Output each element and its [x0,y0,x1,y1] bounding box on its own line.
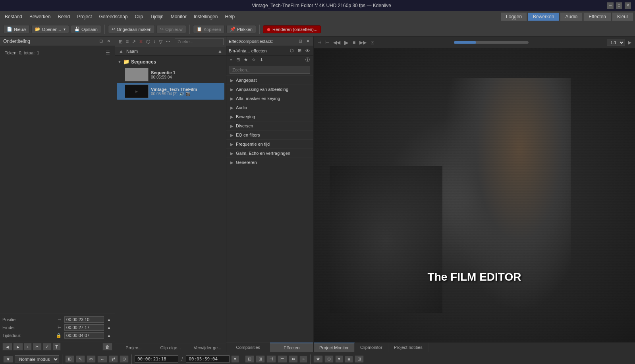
tl-group[interactable]: ⊞ [65,355,74,363]
bin-clip-props-tab[interactable]: Clip eige... [152,343,189,352]
positie-up[interactable]: ▲ [106,317,112,322]
effect-alfa[interactable]: ▶ Alfa, masker en keying [226,94,313,103]
zoom-select[interactable]: 1:1 1:2 2:1 [607,39,625,46]
effect-frequentie[interactable]: ▶ Frequentie en tijd [226,140,313,149]
maximize-button[interactable]: □ [616,2,622,9]
tl-align-left[interactable]: ⊣ [266,355,276,363]
loggen-button[interactable]: Loggen [501,12,527,21]
bin-sort[interactable]: ↕ [152,39,157,45]
bin-tag[interactable]: ⬡ [145,39,151,45]
sub-add-button[interactable]: + [24,343,32,351]
menu-gereedschap[interactable]: Gereedschap [96,12,131,21]
tl-composite[interactable]: ⊡ [245,355,254,363]
preview-play[interactable]: ▶ [343,39,350,46]
sub-next-button[interactable]: ► [13,343,23,351]
render-button[interactable]: ⏺ Renderen (omzetten)... [263,25,321,33]
bin-expand-all[interactable]: ▲ [118,48,125,54]
tl-align-both[interactable]: ⇔ [289,355,298,363]
effects-clip-icon3[interactable]: 👁 [304,48,311,54]
bin-search-input[interactable] [175,38,224,45]
bin-view-details[interactable]: ≡ [125,39,130,45]
effect-genereren[interactable]: ▶ Genereren [226,158,313,167]
effects-star2-icon[interactable]: ☆ [251,57,257,63]
menu-instellingen[interactable]: Instellingen [191,12,221,21]
menu-bewerken[interactable]: Bewerken [26,12,54,21]
menu-tijdlijn[interactable]: Tijdlijn [147,12,167,21]
window-controls[interactable]: ─ □ ✕ [607,2,631,9]
einde-set-button[interactable]: ⊢ [56,325,63,331]
menu-bestand[interactable]: Bestand [2,12,25,21]
tl-align-right[interactable]: ⊢ [278,355,287,363]
effect-eq[interactable]: ▶ EQ en filters [226,131,313,140]
effect-beweging[interactable]: ▶ Beweging [226,112,313,121]
project-notities-tab[interactable]: Project notities [388,343,428,352]
effects-clip-icon2[interactable]: ⊞ [297,48,303,54]
menu-help[interactable]: Help [222,12,238,21]
einde-input[interactable] [64,324,104,331]
effecten-button[interactable]: Effecten [583,12,611,21]
positie-input[interactable] [64,316,104,323]
menu-project[interactable]: Project [74,12,95,21]
preview-play-prev[interactable]: ◀◀ [332,39,342,46]
effects-close[interactable]: ✕ [305,38,311,44]
preview-stop[interactable]: ■ [351,39,357,46]
tl-mark[interactable]: ≡ [345,356,353,363]
effects-search-input[interactable] [230,66,310,74]
kleur-button[interactable]: Kleur [612,12,633,21]
sub-text-button[interactable]: T [52,343,61,351]
effect-aanpassing[interactable]: ▶ Aanpassing van afbeelding [226,85,313,94]
preview-prev-frame[interactable]: ⊣ [316,39,322,46]
paste-button[interactable]: 📌 Plakken [226,25,256,33]
bin-filter[interactable]: ▽ [158,39,164,45]
subtitle-panel-float[interactable]: ⊡ [98,38,104,44]
bin-item-seq1[interactable]: Sequentie 1 00:05:59:04 [117,66,224,83]
new-button[interactable]: 📄 Nieuw [3,25,30,33]
tijdsduur-input[interactable] [64,332,104,339]
menu-clip[interactable]: Clip [132,12,147,21]
tijdsduur-lock[interactable]: 🔒 [55,333,63,339]
bin-delete[interactable]: ✕ [138,39,144,45]
tl-combine[interactable]: ⊞ [256,355,265,363]
copy-button[interactable]: 📋 Kopiëren [193,25,225,33]
sub-check-button[interactable]: ✓ [42,343,52,351]
effect-diversen[interactable]: ▶ Diversen [226,121,313,131]
tl-cut[interactable]: ✂ [87,355,96,363]
effect-galm[interactable]: ▶ Galm, Echo en vertragingen [226,149,313,158]
sub-cut-button[interactable]: ✂ [33,343,42,351]
audio-button[interactable]: Audio [560,12,583,21]
tl-total-timecode[interactable] [186,355,230,363]
effecten-tab[interactable]: Effecten [270,343,314,352]
effects-float[interactable]: ⊡ [297,38,303,44]
preview-progress-bar[interactable] [454,41,529,44]
tl-cursor[interactable]: ↖ [76,355,85,363]
bin-remove-tab[interactable]: Verwijder ge... [189,343,226,352]
bin-add-folder[interactable]: ↗ [131,39,137,45]
einde-up[interactable]: ▲ [106,325,112,330]
sub-prev-button[interactable]: ◄ [2,343,12,351]
tijdsduur-up[interactable]: ▲ [106,333,112,338]
effects-grid-icon[interactable]: ⊞ [235,57,241,63]
effect-audio[interactable]: ▶ Audio [226,103,313,112]
tl-dropdown[interactable]: ▾ [231,355,239,363]
positie-set-button[interactable]: ⊣ [56,317,63,323]
tl-mode-select[interactable]: Normale modus [15,355,59,363]
menu-beeld[interactable]: Beeld [54,12,73,21]
effects-list-icon[interactable]: ≡ [229,57,234,63]
tl-resize[interactable]: ↔ [97,356,107,363]
tl-star[interactable]: ★ [313,355,323,363]
clipmonitor-tab[interactable]: Clipmonitor [355,343,388,352]
effects-clip-icon1[interactable]: ⬡ [289,48,295,54]
tl-track-down[interactable]: ▼ [3,356,13,363]
minimize-button[interactable]: ─ [607,2,614,9]
save-button[interactable]: 💾 Opslaan [71,25,101,33]
tl-wave[interactable]: ≈ [299,356,307,363]
bin-col-expand[interactable]: ▲ [216,48,224,54]
bin-project-tab[interactable]: Projec... [115,343,152,352]
preview-next-frame[interactable]: ⊢ [324,39,330,46]
bewerken-button[interactable]: Bewerken [528,12,559,21]
close-button[interactable]: ✕ [625,2,631,9]
preview-more[interactable]: ▶ [627,39,633,46]
tl-current-timecode[interactable] [135,355,178,363]
tl-slip[interactable]: ⇄ [109,355,118,363]
project-monitor-tab[interactable]: Project Monitor [314,343,355,352]
